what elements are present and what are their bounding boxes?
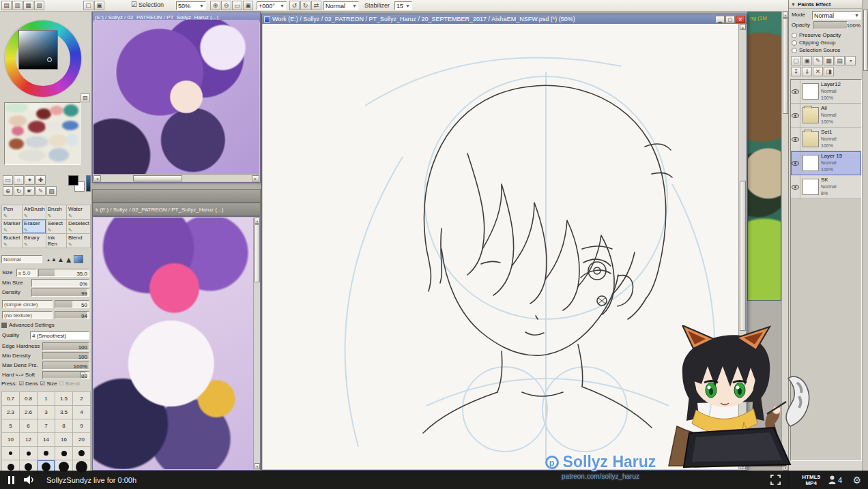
brush-size-5[interactable]: 5 xyxy=(2,419,19,432)
tool-eraser[interactable]: Eraser✎ xyxy=(23,220,46,233)
new-canvas-icon[interactable]: ▢ xyxy=(83,1,93,10)
tool-bucket[interactable]: Bucket✎ xyxy=(2,234,22,248)
tool-binary[interactable]: Binary✎ xyxy=(23,234,46,248)
delete-layer-icon[interactable]: ▪ xyxy=(845,56,856,65)
tool-marker[interactable]: Marker✎ xyxy=(2,220,22,233)
selection-checkbox[interactable]: ☑ Selection xyxy=(131,1,164,8)
swatch-settings-icon[interactable]: ▨ xyxy=(81,93,90,102)
layer-visibility-toggle[interactable] xyxy=(791,80,800,103)
hand-tool-icon[interactable]: ☛ xyxy=(25,186,35,196)
vscroll-thumb[interactable] xyxy=(255,224,260,282)
brush-size-dot[interactable] xyxy=(38,447,55,460)
maximize-button[interactable]: ▢ xyxy=(725,16,735,23)
brush-shape-slider[interactable]: 50 xyxy=(55,300,89,308)
brush-size-7[interactable]: 7 xyxy=(38,419,55,432)
tool-pen[interactable]: Pen✎ xyxy=(2,205,22,219)
tool-deselect[interactable]: Deselect✎ xyxy=(67,220,90,233)
brush-size-16[interactable]: 16 xyxy=(55,433,72,446)
tool-water[interactable]: Water✎ xyxy=(67,205,90,219)
slider-track[interactable]: 100% xyxy=(42,361,89,370)
panel-layout-1-icon[interactable]: ▥ xyxy=(12,1,23,10)
new-layer-set-icon[interactable]: ▣ xyxy=(802,56,812,65)
scroll-up-icon[interactable]: ▴ xyxy=(255,218,260,224)
volume-button[interactable] xyxy=(24,475,35,485)
brush-shape-dropdown[interactable]: (simple circle) xyxy=(2,300,53,308)
zoom-tool-icon[interactable]: ⊕ xyxy=(3,186,13,196)
brush-size-dot[interactable] xyxy=(2,447,19,460)
size-slider[interactable]: 35.0 xyxy=(38,269,89,277)
player-settings-button[interactable]: ⚙ xyxy=(852,471,861,489)
merge-down-icon[interactable]: ⇓ xyxy=(802,67,812,76)
app-menu-icon[interactable]: ▤ xyxy=(1,1,12,10)
scroll-up-icon[interactable]: ▴ xyxy=(740,24,746,30)
move-icon[interactable]: ✚ xyxy=(35,175,46,185)
layer-row-layer-15[interactable]: Layer 15Normal100% xyxy=(791,151,861,175)
reference-window-1-hscrollbar[interactable]: ◂ ▸ xyxy=(93,174,259,181)
reference-window-1[interactable]: (E:) / Sollyz / 02_PATREON / PT_Sollyz_H… xyxy=(92,12,261,183)
rotate-ccw-icon[interactable]: ↺ xyxy=(289,1,300,10)
brush-tip-icon[interactable]: ▲ xyxy=(65,256,73,263)
flip-horizontal-icon[interactable]: ⇄ xyxy=(311,1,321,10)
layer-row-layer12[interactable]: Layer12Normal100% xyxy=(791,80,861,104)
vscroll-thumb[interactable] xyxy=(783,18,788,114)
magic-wand-icon[interactable]: ✦ xyxy=(25,175,35,185)
zoom-fit-icon[interactable]: ▭ xyxy=(232,1,242,10)
brush-size-0.7[interactable]: 0.7 xyxy=(2,392,19,405)
reference-window-2[interactable]: ▴ ▾ xyxy=(92,216,261,471)
close-button[interactable]: ✕ xyxy=(736,16,745,23)
tool-brush[interactable]: Brush✎ xyxy=(46,205,66,219)
tool-blend[interactable]: Blend✎ xyxy=(67,234,90,248)
brush-size-8[interactable]: 8 xyxy=(55,419,72,432)
layers-panel-scrollbar[interactable] xyxy=(862,0,868,489)
minimize-button[interactable]: ▁ xyxy=(715,16,725,23)
brush-size-3[interactable]: 3 xyxy=(38,406,55,419)
stabilizer-dropdown[interactable]: 15▼ xyxy=(394,1,412,10)
brush-size-dot[interactable] xyxy=(20,447,37,460)
layer-visibility-toggle[interactable] xyxy=(791,151,800,175)
foreground-color-chip[interactable] xyxy=(68,175,78,186)
scroll-down-icon[interactable]: ▾ xyxy=(255,463,260,469)
rect-select-icon[interactable]: ▭ xyxy=(3,175,13,185)
layer-row-all[interactable]: AllNormal100% xyxy=(791,104,861,128)
brush-tip-icon[interactable]: ▲ xyxy=(46,256,50,263)
zoom-dropdown[interactable]: 50%▼ xyxy=(176,1,206,10)
collapsed-window-bar[interactable] xyxy=(92,189,261,203)
zoom-out-icon[interactable]: ⊖ xyxy=(221,1,231,10)
brush-size-9[interactable]: 9 xyxy=(73,419,90,432)
slider-track[interactable]: 99 xyxy=(31,288,89,297)
canvas-vscroll-thumb[interactable] xyxy=(740,181,746,331)
brush-size-4[interactable]: 4 xyxy=(73,406,90,419)
canvas-window-titlebar[interactable]: Work (E:) / Sollyz / 02_PATREON / PT_Sol… xyxy=(262,14,747,24)
saturation-value-picker[interactable] xyxy=(18,30,58,70)
paints-effect-header[interactable]: ▼ Paints Effect xyxy=(789,0,868,9)
reference-window-2-titlebar[interactable]: k (E:) / Sollyz / 02_PATREON / PT_Sollyz… xyxy=(92,203,261,216)
brush-size-14[interactable]: 14 xyxy=(38,433,55,446)
tool-ink-pen[interactable]: Ink Pen✎ xyxy=(46,234,66,248)
brush-size-dot[interactable] xyxy=(55,447,72,460)
check-preserve-opacity[interactable]: Preserve Opacity xyxy=(789,31,863,39)
slider-track[interactable]: 100 xyxy=(42,352,89,360)
brush-size-1[interactable]: 1 xyxy=(38,392,55,405)
size-unit-dropdown[interactable]: x 5.0 xyxy=(16,269,37,277)
panel-layout-2-icon[interactable]: ▦ xyxy=(23,1,33,10)
color-picker-marker[interactable] xyxy=(47,57,52,62)
layer-mode-dropdown[interactable]: Normal▼ xyxy=(812,11,861,20)
pause-button[interactable] xyxy=(8,476,14,484)
brush-size-0.8[interactable]: 0.8 xyxy=(20,392,37,405)
brush-size-2.3[interactable]: 2.3 xyxy=(2,406,19,419)
brush-size-20[interactable]: 20 xyxy=(73,433,90,446)
press-check-blend[interactable]: ☐ Blend xyxy=(59,381,80,387)
layer-mask-icon[interactable]: ◨ xyxy=(824,67,834,76)
clear-layer-icon[interactable]: ✕ xyxy=(813,67,823,76)
transfer-down-icon[interactable]: ↧ xyxy=(791,67,801,76)
brush-blend-mode-dropdown[interactable]: Normal xyxy=(1,255,42,263)
fullscreen-button[interactable] xyxy=(770,471,781,489)
angle-dropdown[interactable]: +000°▼ xyxy=(257,1,287,10)
slider-track[interactable]: 88 xyxy=(42,371,89,379)
press-check-dens[interactable]: ☑ Dens xyxy=(19,381,38,387)
brush-size-12[interactable]: 12 xyxy=(20,433,37,446)
tool-airbrush[interactable]: AirBrush✎ xyxy=(23,205,46,219)
scroll-left-icon[interactable]: ◂ xyxy=(93,175,101,181)
panel-layout-3-icon[interactable]: ▧ xyxy=(34,1,44,10)
new-linework-layer-icon[interactable]: ✎ xyxy=(813,56,823,65)
